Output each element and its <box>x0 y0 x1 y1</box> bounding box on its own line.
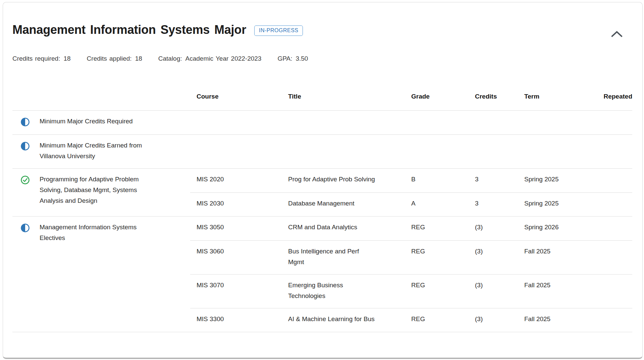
course-list <box>190 111 632 134</box>
term-cell: Spring 2025 <box>524 174 581 186</box>
term-cell: Fall 2025 <box>524 246 581 267</box>
repeated-cell <box>581 222 632 234</box>
course-row: MIS 2030Database ManagementA3Spring 2025 <box>190 192 632 216</box>
requirement-label: Minimum Major Credits Required <box>40 111 133 133</box>
grade-cell: REG <box>411 222 475 234</box>
major-requirement-card: Management Information Systems Major IN-… <box>3 2 643 359</box>
meta-item: Credits required:18 <box>12 55 71 62</box>
summary-meta: Credits required:18Credits applied:18Cat… <box>12 55 632 62</box>
requirement-label: Management Information Systems Electives <box>40 217 137 250</box>
term-cell: Fall 2025 <box>524 280 581 301</box>
requirement-label: Programming for Adaptive Problem Solving… <box>40 169 139 213</box>
term-cell: Spring 2026 <box>524 222 581 234</box>
grade-cell: REG <box>411 280 475 301</box>
grade-cell: A <box>411 198 475 209</box>
meta-label: Credits applied: <box>87 55 132 62</box>
meta-item: GPA:3.50 <box>277 55 308 62</box>
table-body: Minimum Major Credits RequiredMinimum Ma… <box>12 110 632 332</box>
column-header-grade: Grade <box>411 91 475 102</box>
course-cell: MIS 2020 <box>197 174 288 186</box>
course-row: MIS 2020Prog for Adaptive Prob SolvingB3… <box>190 169 632 192</box>
credits-cell: (3) <box>475 280 524 301</box>
column-header-credits: Credits <box>475 91 524 102</box>
meta-label: Catalog: <box>158 55 182 62</box>
column-header-title: Title <box>288 91 411 102</box>
title-cell: AI & Machine Learning for Bus <box>288 314 411 325</box>
term-cell: Fall 2025 <box>524 314 581 325</box>
card-header: Management Information Systems Major IN-… <box>12 19 632 40</box>
course-cell: MIS 3070 <box>197 280 288 301</box>
requirement-row: Minimum Major Credits Required <box>12 110 632 134</box>
title-cell: Bus Intelligence and Perf Mgmt <box>288 246 411 267</box>
status-complete <box>20 175 30 185</box>
repeated-cell <box>581 314 632 325</box>
repeated-cell <box>581 246 632 267</box>
grade-cell: B <box>411 174 475 186</box>
half-circle-icon <box>20 141 30 151</box>
grade-cell: REG <box>411 314 475 325</box>
requirement-row: Programming for Adaptive Problem Solving… <box>12 168 632 216</box>
status-in-progress <box>20 141 30 151</box>
course-cell: MIS 2030 <box>197 198 288 209</box>
meta-item: Credits applied:18 <box>87 55 142 62</box>
course-cell: MIS 3300 <box>197 314 288 325</box>
repeated-cell <box>581 174 632 186</box>
header-spacer <box>12 91 197 102</box>
credits-cell: 3 <box>475 174 524 186</box>
term-cell: Spring 2025 <box>524 198 581 209</box>
grade-cell: REG <box>411 246 475 267</box>
requirement-info: Minimum Major Credits Required <box>12 111 190 134</box>
credits-cell: (3) <box>475 246 524 267</box>
requirement-row: Management Information Systems Electives… <box>12 216 632 332</box>
column-header-term: Term <box>524 91 581 102</box>
repeated-cell <box>581 280 632 301</box>
title-cell: Emerging Business Technologies <box>288 280 411 301</box>
course-cell: MIS 3060 <box>197 246 288 267</box>
meta-value: 18 <box>135 55 142 62</box>
meta-item: Catalog:Academic Year 2022-2023 <box>158 55 262 62</box>
credits-cell: 3 <box>475 198 524 209</box>
requirement-info: Minimum Major Credits Earned from Villan… <box>12 135 190 168</box>
course-list: MIS 3050CRM and Data AnalyticsREG(3)Spri… <box>190 217 632 332</box>
requirements-table: CourseTitleGradeCreditsTermRepeated Mini… <box>12 91 632 332</box>
table-header-row: CourseTitleGradeCreditsTermRepeated <box>12 91 632 110</box>
course-list <box>190 135 632 168</box>
course-row: MIS 3300AI & Machine Learning for BusREG… <box>190 308 632 332</box>
meta-value: Academic Year 2022-2023 <box>185 55 262 62</box>
meta-value: 18 <box>63 55 70 62</box>
requirement-info: Management Information Systems Electives <box>12 217 190 332</box>
course-row: MIS 3060Bus Intelligence and Perf MgmtRE… <box>190 240 632 274</box>
title-cell: CRM and Data Analytics <box>288 222 411 234</box>
requirement-label: Minimum Major Credits Earned from Villan… <box>40 135 142 168</box>
course-row: MIS 3070Emerging Business TechnologiesRE… <box>190 274 632 308</box>
course-cell: MIS 3050 <box>197 222 288 234</box>
column-header-repeated: Repeated <box>581 91 632 102</box>
credits-cell: (3) <box>475 222 524 234</box>
meta-label: Credits required: <box>12 55 60 62</box>
collapse-button[interactable] <box>609 28 625 40</box>
column-header-course: Course <box>197 91 288 102</box>
meta-value: 3.50 <box>296 55 308 62</box>
title-cell: Prog for Adaptive Prob Solving <box>288 174 411 186</box>
credits-cell: (3) <box>475 314 524 325</box>
meta-label: GPA: <box>277 55 292 62</box>
status-in-progress <box>20 223 30 233</box>
requirement-info: Programming for Adaptive Problem Solving… <box>12 169 190 216</box>
requirement-row: Minimum Major Credits Earned from Villan… <box>12 134 632 168</box>
course-row: MIS 3050CRM and Data AnalyticsREG(3)Spri… <box>190 217 632 240</box>
status-in-progress <box>20 117 30 127</box>
course-list: MIS 2020Prog for Adaptive Prob SolvingB3… <box>190 169 632 216</box>
status-badge: IN-PROGRESS <box>254 25 303 36</box>
check-circle-icon <box>20 175 30 185</box>
half-circle-icon <box>20 117 30 127</box>
page-title: Management Information Systems Major <box>12 23 246 37</box>
repeated-cell <box>581 198 632 209</box>
half-circle-icon <box>20 223 30 233</box>
title-cell: Database Management <box>288 198 411 209</box>
chevron-up-icon <box>610 30 624 38</box>
